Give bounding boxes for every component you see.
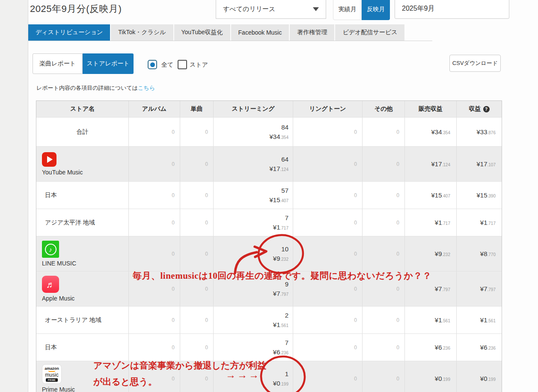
- store-name: Apple Music: [42, 295, 74, 302]
- streaming-cell: 7¥1.717: [214, 209, 293, 236]
- filter-store-checkbox[interactable]: [178, 60, 187, 69]
- single-cell: 0: [180, 334, 214, 361]
- column-header-1: アルバム: [129, 101, 180, 117]
- line-music-icon: ♪: [42, 241, 59, 258]
- store-name-cell: オーストラリア 地域: [36, 307, 129, 333]
- report-type-toggle: 楽曲レポート ストアレポート: [33, 53, 134, 74]
- filter-all-radio[interactable]: [148, 60, 157, 69]
- song-report-button[interactable]: 楽曲レポート: [33, 53, 83, 74]
- single-cell: 0: [180, 182, 214, 209]
- note-link[interactable]: こちら: [138, 85, 155, 91]
- streaming-count: 84: [281, 124, 288, 131]
- single-cell: 0: [180, 236, 214, 271]
- sales-revenue-cell: ¥15.407: [405, 182, 457, 209]
- money-value: ¥9.232: [435, 250, 450, 257]
- money-value: ¥9.232: [273, 255, 288, 262]
- streaming-cell: 2¥1.561: [214, 307, 293, 333]
- tab-facebook-music[interactable]: Facebook Music: [231, 24, 289, 41]
- release-select-value: すべてのリリース: [223, 5, 275, 13]
- money-value: ¥15.407: [270, 196, 289, 203]
- streaming-cell: 57¥15.407: [214, 182, 293, 209]
- other-cell: 0: [363, 307, 405, 333]
- store-name: 日本: [45, 344, 57, 351]
- sales-revenue-cell: ¥1.561: [405, 307, 457, 333]
- money-value: ¥1.717: [435, 219, 450, 226]
- store-name-cell: ♬Apple Music: [36, 271, 129, 306]
- store-name-cell: ♪LINE MUSIC: [36, 236, 129, 271]
- money-value: ¥7.797: [480, 285, 496, 292]
- amazon-comment-line2: が出ると思う。: [93, 376, 157, 388]
- other-cell: 0: [363, 334, 405, 361]
- table-row: 日本0057¥15.40700¥15.407¥15.390: [36, 181, 502, 209]
- money-value: ¥7.797: [435, 285, 450, 292]
- actual-month-button[interactable]: 実績月: [333, 0, 362, 20]
- store-name: YouTube Music: [42, 169, 83, 176]
- streaming-count: 7: [285, 214, 288, 221]
- column-header-label: アルバム: [142, 105, 166, 113]
- report-table: ストア名アルバム単曲ストリーミングリングトーンその他販売収益収益? 合計0084…: [36, 100, 502, 392]
- column-header-6: 販売収益: [405, 101, 457, 117]
- play-triangle-icon: [47, 156, 53, 163]
- other-cell: 0: [363, 361, 405, 392]
- chevron-down-icon: [313, 7, 319, 11]
- sales-revenue-cell: ¥9.232: [405, 236, 457, 271]
- money-value: ¥34.354: [270, 133, 289, 140]
- other-cell: 0: [363, 182, 405, 209]
- sales-revenue-cell: ¥1.717: [405, 209, 457, 236]
- annotation-arrows-text: →→→: [226, 369, 260, 381]
- tab-copyright-management[interactable]: 著作権管理: [290, 24, 334, 41]
- album-cell: 0: [129, 118, 180, 146]
- money-value: ¥15.390: [477, 192, 496, 199]
- page-title: 2025年9月分(反映月): [30, 3, 122, 15]
- money-value: ¥0.199: [480, 375, 496, 382]
- column-header-label: 販売収益: [419, 105, 443, 113]
- money-value: ¥6.236: [435, 344, 450, 351]
- money-value: ¥1.561: [480, 316, 496, 324]
- single-cell: 0: [180, 209, 214, 236]
- tab-underline: [28, 41, 432, 41]
- streaming-cell: 64¥17.124: [214, 147, 293, 181]
- tab-distribution[interactable]: ディストリビューション: [28, 24, 110, 41]
- streaming-count: 57: [281, 187, 288, 194]
- revenue-cell: ¥17.107: [457, 147, 502, 181]
- money-value: ¥1.561: [435, 316, 450, 324]
- money-value: ¥1.717: [480, 219, 496, 226]
- ringtone-cell: 0: [293, 334, 363, 361]
- single-cell: 0: [180, 307, 214, 333]
- store-name: LINE MUSIC: [42, 260, 76, 267]
- single-cell: 0: [180, 147, 214, 181]
- streaming-cell: 10¥9.232: [214, 236, 293, 271]
- tab-video-distribution[interactable]: ビデオ配信サービス: [335, 24, 404, 41]
- reflected-month-button[interactable]: 反映月: [362, 0, 390, 20]
- youtube-music-icon: [42, 152, 56, 167]
- filter-store-label: ストア: [190, 61, 208, 69]
- month-input[interactable]: 2025年9月: [395, 0, 509, 19]
- column-header-label: 収益: [469, 105, 481, 113]
- store-name: オーストラリア 地域: [45, 316, 101, 324]
- column-header-5: その他: [363, 101, 405, 117]
- help-question-icon[interactable]: ?: [483, 106, 490, 112]
- store-name-cell: アジア太平洋 地域: [36, 209, 129, 236]
- column-header-0: ストア名: [36, 101, 129, 117]
- release-select-dropdown[interactable]: すべてのリリース: [216, 0, 326, 19]
- ringtone-cell: 0: [293, 118, 363, 146]
- other-cell: 0: [363, 118, 405, 146]
- tab-youtube-monetization[interactable]: YouTube収益化: [174, 24, 230, 41]
- money-value: ¥17.124: [270, 165, 289, 172]
- ringtone-cell: 0: [293, 209, 363, 236]
- csv-download-button[interactable]: CSVダウンロード: [449, 55, 501, 72]
- sales-revenue-cell: ¥34.354: [405, 118, 457, 146]
- streaming-count: 64: [281, 156, 288, 163]
- sales-revenue-cell: ¥17.124: [405, 147, 457, 181]
- album-cell: 0: [129, 334, 180, 361]
- money-value: ¥1.717: [273, 224, 288, 231]
- month-type-toggle: 実績月 反映月: [333, 0, 390, 20]
- tab-tiktok-kurashiru[interactable]: TikTok・クラシル: [111, 24, 173, 41]
- revenue-cell: ¥33.876: [457, 118, 502, 146]
- column-header-label: ストア名: [70, 105, 95, 113]
- revenue-cell: ¥8.770: [457, 236, 502, 271]
- money-value: ¥6.236: [273, 348, 288, 356]
- store-report-button[interactable]: ストアレポート: [83, 53, 134, 74]
- money-value: ¥34.354: [431, 128, 451, 136]
- streaming-count: 10: [281, 245, 288, 253]
